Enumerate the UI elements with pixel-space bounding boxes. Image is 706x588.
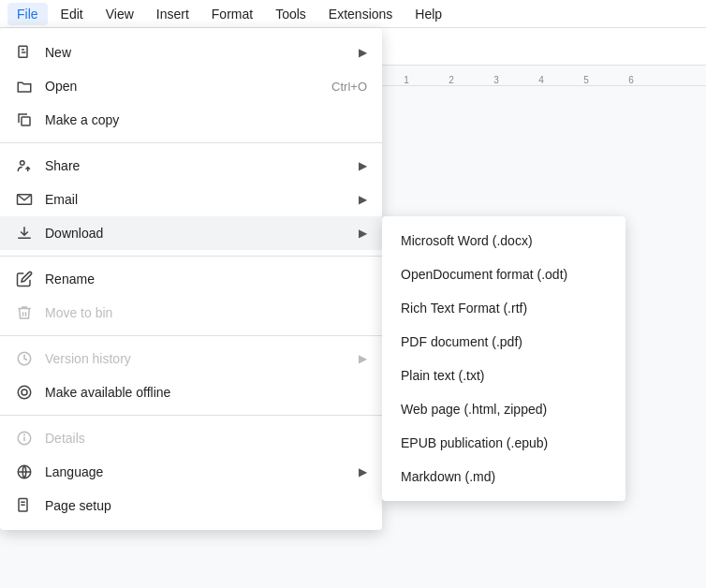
download-label: Download — [45, 226, 347, 241]
bin-icon — [15, 304, 34, 321]
open-shortcut: Ctrl+O — [331, 80, 367, 94]
email-icon — [15, 191, 34, 208]
share-icon — [15, 157, 34, 174]
download-epub[interactable]: EPUB publication (.epub) — [382, 426, 625, 460]
ruler-mark-4: 4 — [519, 75, 564, 85]
download-pdf[interactable]: PDF document (.pdf) — [382, 325, 625, 359]
download-txt[interactable]: Plain text (.txt) — [382, 359, 625, 392]
ruler-mark-5: 5 — [564, 75, 609, 85]
copy-icon — [15, 111, 34, 128]
menu-view[interactable]: View — [96, 3, 143, 25]
rename-label: Rename — [45, 272, 367, 287]
new-arrow-icon: ▶ — [359, 46, 367, 59]
download-html[interactable]: Web page (.html, zipped) — [382, 392, 625, 426]
menu-item-email[interactable]: Email ▶ — [0, 183, 382, 216]
pagesetup-label: Page setup — [45, 498, 367, 513]
menu-bar: File Edit View Insert Format Tools Exten… — [0, 0, 706, 28]
svg-point-4 — [21, 161, 25, 166]
menu-item-copy[interactable]: Make a copy — [0, 103, 382, 137]
download-rtf[interactable]: Rich Text Format (.rtf) — [382, 291, 625, 325]
md-label: Markdown (.md) — [401, 469, 495, 484]
epub-label: EPUB publication (.epub) — [401, 435, 548, 450]
move-bin-label: Move to bin — [45, 305, 367, 320]
menu-item-language[interactable]: Language ▶ — [0, 455, 382, 489]
menu-item-share[interactable]: Share ▶ — [0, 149, 382, 183]
menu-item-new[interactable]: New ▶ — [0, 36, 382, 69]
copy-label: Make a copy — [45, 112, 367, 127]
pdf-label: PDF document (.pdf) — [401, 334, 522, 349]
txt-label: Plain text (.txt) — [401, 368, 484, 383]
divider-2 — [0, 256, 382, 257]
open-label: Open — [45, 79, 320, 94]
download-odt[interactable]: OpenDocument format (.odt) — [382, 257, 625, 291]
menu-item-version: Version history ▶ — [0, 342, 382, 375]
menu-item-open[interactable]: Open Ctrl+O — [0, 69, 382, 103]
ruler-mark-2: 2 — [429, 75, 474, 85]
offline-label: Make available offline — [45, 385, 367, 400]
menu-insert[interactable]: Insert — [147, 3, 199, 25]
language-label: Language — [45, 464, 347, 479]
offline-icon — [15, 384, 34, 401]
download-submenu: Microsoft Word (.docx) OpenDocument form… — [382, 216, 625, 501]
download-arrow-icon: ▶ — [359, 227, 367, 240]
odt-label: OpenDocument format (.odt) — [401, 267, 567, 282]
new-label: New — [45, 45, 347, 60]
menu-format[interactable]: Format — [202, 3, 262, 25]
menu-item-pagesetup[interactable]: Page setup — [0, 489, 382, 522]
menu-help[interactable]: Help — [405, 3, 451, 25]
menu-edit[interactable]: Edit — [51, 3, 93, 25]
menu-item-download[interactable]: Download ▶ Microsoft Word (.docx) OpenDo… — [0, 216, 382, 250]
version-label: Version history — [45, 351, 347, 366]
email-label: Email — [45, 192, 347, 207]
ruler-mark-3: 3 — [474, 75, 519, 85]
download-md[interactable]: Markdown (.md) — [382, 460, 625, 493]
language-arrow-icon: ▶ — [359, 465, 367, 478]
share-arrow-icon: ▶ — [359, 159, 367, 172]
menu-item-details: Details — [0, 421, 382, 455]
svg-point-8 — [18, 386, 31, 399]
rename-icon — [15, 271, 34, 287]
pagesetup-icon — [15, 497, 34, 514]
divider-3 — [0, 335, 382, 336]
details-label: Details — [45, 431, 367, 446]
share-label: Share — [45, 158, 347, 173]
email-arrow-icon: ▶ — [359, 193, 367, 206]
docx-label: Microsoft Word (.docx) — [401, 233, 533, 248]
ruler-mark-1: 1 — [384, 75, 429, 85]
html-label: Web page (.html, zipped) — [401, 402, 547, 417]
download-docx[interactable]: Microsoft Word (.docx) — [382, 224, 625, 257]
divider-1 — [0, 142, 382, 143]
menu-item-offline[interactable]: Make available offline — [0, 375, 382, 409]
menu-tools[interactable]: Tools — [266, 3, 316, 25]
new-icon — [15, 44, 34, 61]
ruler-mark-6: 6 — [609, 75, 654, 85]
download-icon — [15, 225, 34, 242]
svg-rect-3 — [22, 117, 30, 125]
menu-extensions[interactable]: Extensions — [319, 3, 402, 25]
svg-point-12 — [24, 434, 25, 435]
menu-item-rename[interactable]: Rename — [0, 262, 382, 296]
version-icon — [15, 350, 34, 367]
menu-item-move-bin: Move to bin — [0, 296, 382, 330]
svg-point-9 — [22, 390, 27, 395]
version-arrow-icon: ▶ — [359, 352, 367, 365]
ruler-marks: 1 2 3 4 5 6 — [384, 75, 654, 85]
file-menu: New ▶ Open Ctrl+O Make a copy Share ▶ Em… — [0, 28, 382, 530]
language-icon — [15, 463, 34, 480]
menu-file[interactable]: File — [7, 3, 48, 25]
rtf-label: Rich Text Format (.rtf) — [401, 301, 527, 316]
open-icon — [15, 78, 34, 95]
details-icon — [15, 430, 34, 447]
divider-4 — [0, 415, 382, 416]
